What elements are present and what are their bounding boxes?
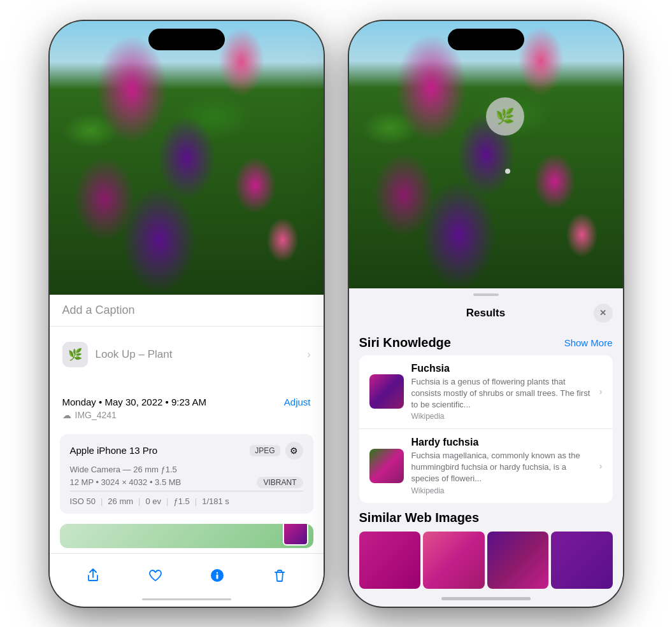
svg-rect-2 <box>217 575 218 579</box>
hardy-source: Wikipedia <box>411 486 592 495</box>
similar-image-4[interactable] <box>551 532 613 589</box>
hardy-thumbnail <box>369 449 404 483</box>
hardy-chevron: › <box>599 461 603 471</box>
fuchsia-content: Fuchsia Fuchsia is a genus of flowering … <box>411 363 592 421</box>
flower-background <box>50 21 324 295</box>
similar-title: Similar Web Images <box>359 511 613 525</box>
fuchsia-source: Wikipedia <box>411 412 592 421</box>
dynamic-island-right <box>448 29 524 50</box>
iso-value: ISO 50 <box>70 497 96 506</box>
share-button[interactable] <box>79 561 107 589</box>
filename-row: ☁ IMG_4241 <box>62 410 311 420</box>
close-button[interactable]: ✕ <box>594 304 613 323</box>
map-area[interactable] <box>60 524 313 549</box>
knowledge-card: Fuchsia Fuchsia is a genus of flowering … <box>359 355 613 503</box>
similar-images-grid <box>359 532 613 589</box>
lookup-chevron: › <box>307 349 310 360</box>
home-indicator <box>142 598 231 600</box>
focal-value: 26 mm <box>108 497 133 506</box>
dot-indicator <box>505 169 510 174</box>
knowledge-item-fuchsia[interactable]: Fuchsia Fuchsia is a genus of flowering … <box>359 355 613 429</box>
results-sheet: Results ✕ Siri Knowledge Show More Fuchs… <box>349 288 623 593</box>
hardy-content: Hardy fuchsia Fuchsia magellanica, commo… <box>411 437 592 495</box>
hardy-name: Hardy fuchsia <box>411 437 592 448</box>
right-flower-background <box>349 21 623 288</box>
device-name: Apple iPhone 13 Pro <box>70 445 158 456</box>
knowledge-item-hardy[interactable]: Hardy fuchsia Fuchsia magellanica, commo… <box>359 428 613 503</box>
right-screen: 🌿 Results ✕ Siri Knowledge Show More <box>349 21 623 607</box>
aperture-value: ƒ1.5 <box>173 497 189 506</box>
fuchsia-name: Fuchsia <box>411 363 592 374</box>
lookup-row[interactable]: 🌿 Look Up – Plant › <box>62 335 311 374</box>
right-photo-area[interactable]: 🌿 <box>349 21 623 288</box>
meta-section: Monday • May 30, 2022 • 9:23 AM Adjust ☁… <box>50 388 324 429</box>
similar-image-3[interactable] <box>487 532 549 589</box>
date-row: Monday • May 30, 2022 • 9:23 AM Adjust <box>62 397 311 407</box>
dynamic-island <box>148 29 225 50</box>
camera-spec: Wide Camera — 26 mm ƒ1.5 <box>70 465 303 474</box>
sheet-handle <box>473 293 499 296</box>
device-name-row: Apple iPhone 13 Pro JPEG ⚙ <box>70 442 303 460</box>
left-screen: Add a Caption 🌿 Look Up – Plant › Monday… <box>50 21 324 607</box>
resolution-row: 12 MP • 3024 × 4032 • 3.5 MB VIBRANT <box>70 477 303 488</box>
photo-date: Monday • May 30, 2022 • 9:23 AM <box>62 397 206 407</box>
siri-knowledge-header: Siri Knowledge Show More <box>349 330 623 355</box>
resolution-text: 12 MP • 3024 × 4032 • 3.5 MB <box>70 477 182 487</box>
adjust-button[interactable]: Adjust <box>284 397 311 407</box>
info-button[interactable] <box>203 561 231 589</box>
lookup-section[interactable]: 🌿 Look Up – Plant › <box>50 327 324 383</box>
device-section: Apple iPhone 13 Pro JPEG ⚙ Wide Camera —… <box>60 434 313 514</box>
favorite-button[interactable] <box>141 561 169 589</box>
show-more-button[interactable]: Show More <box>564 337 613 348</box>
cloud-icon: ☁ <box>62 410 71 420</box>
lookup-label: Look Up – Plant <box>96 348 173 361</box>
svg-point-1 <box>217 572 218 574</box>
exif-row: ISO 50 | 26 mm | 0 ev | ƒ1.5 | 1/181 s <box>70 491 303 506</box>
photo-area[interactable] <box>50 21 324 295</box>
similar-image-1[interactable] <box>359 532 421 589</box>
device-badges: JPEG ⚙ <box>250 442 303 460</box>
siri-knowledge-title: Siri Knowledge <box>359 335 451 350</box>
results-header: Results ✕ <box>349 299 623 330</box>
camera-settings-icon[interactable]: ⚙ <box>285 442 303 460</box>
fuchsia-thumbnail <box>369 374 404 409</box>
delete-button[interactable] <box>266 561 294 589</box>
caption-area[interactable]: Add a Caption <box>50 295 324 327</box>
similar-image-2[interactable] <box>423 532 485 589</box>
home-indicator-right <box>441 597 531 600</box>
fuchsia-desc: Fuchsia is a genus of flowering plants t… <box>411 376 592 411</box>
format-badge: JPEG <box>250 445 280 456</box>
filename-text: IMG_4241 <box>75 410 117 420</box>
similar-section: Similar Web Images <box>349 511 623 589</box>
fuchsia-chevron: › <box>599 386 603 397</box>
style-badge: VIBRANT <box>257 477 303 488</box>
visual-lookup-badge[interactable]: 🌿 <box>486 97 524 136</box>
hardy-desc: Fuchsia magellanica, commonly known as t… <box>411 450 592 485</box>
lookup-icon: 🌿 <box>62 342 88 367</box>
caption-placeholder[interactable]: Add a Caption <box>62 304 135 316</box>
bottom-toolbar <box>50 553 324 595</box>
map-thumbnail <box>283 524 308 546</box>
results-title: Results <box>378 307 594 320</box>
right-phone: 🌿 Results ✕ Siri Knowledge Show More <box>349 21 623 607</box>
shutter-value: 1/181 s <box>202 497 229 506</box>
ev-value: 0 ev <box>145 497 161 506</box>
left-phone: Add a Caption 🌿 Look Up – Plant › Monday… <box>50 21 324 607</box>
